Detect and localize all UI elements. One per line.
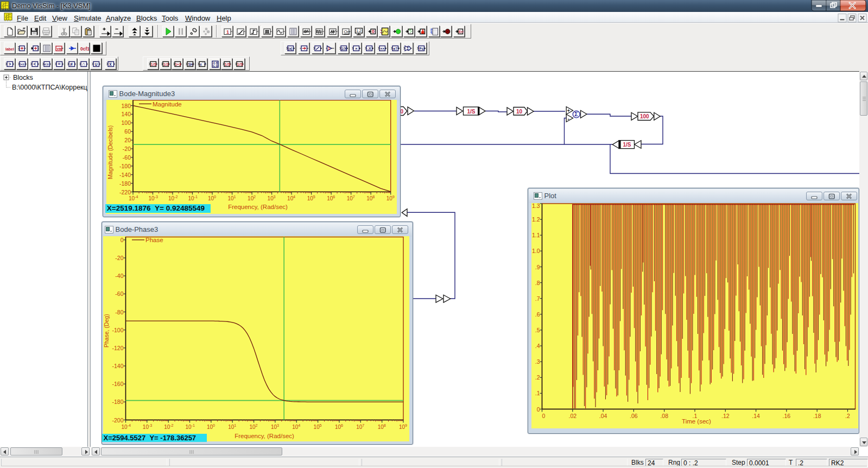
svg-text:-2: -2 [174, 194, 178, 199]
svg-text:-80: -80 [115, 309, 123, 315]
svg-text:1.0: 1.0 [531, 248, 540, 254]
svg-text:10: 10 [366, 195, 373, 201]
svg-text:-100: -100 [112, 327, 123, 333]
svg-text:9: 9 [392, 194, 395, 199]
svg-text:10: 10 [378, 424, 384, 430]
svg-text:.1: .1 [535, 390, 540, 396]
svg-text:-60: -60 [115, 290, 123, 297]
svg-text:.02: .02 [568, 413, 576, 419]
svg-text:Frequency, (Rad/sec): Frequency, (Rad/sec) [228, 204, 288, 210]
svg-text:8: 8 [372, 194, 375, 199]
svg-text:10: 10 [186, 424, 192, 430]
svg-text:-180: -180 [112, 399, 123, 405]
svg-text:-120: -120 [112, 345, 123, 351]
svg-text:2: 2 [254, 194, 256, 199]
svg-text:1.1: 1.1 [531, 232, 540, 238]
svg-text:.9: .9 [535, 264, 540, 270]
svg-text:10: 10 [122, 424, 128, 430]
svg-text:1: 1 [234, 423, 236, 428]
svg-text:10: 10 [228, 424, 235, 430]
svg-text:.3: .3 [535, 358, 540, 365]
svg-text:.14: .14 [752, 413, 760, 419]
svg-text:0: 0 [401, 109, 404, 115]
svg-text:Σ: Σ [574, 111, 578, 117]
svg-text:10: 10 [248, 195, 254, 201]
svg-text:-140: -140 [119, 172, 131, 178]
svg-text:.2: .2 [845, 413, 850, 419]
svg-text:10: 10 [129, 195, 135, 201]
svg-text:4: 4 [293, 194, 295, 199]
svg-text:180: 180 [121, 103, 131, 109]
svg-text:-4: -4 [135, 194, 138, 199]
svg-text:7: 7 [353, 194, 355, 199]
svg-text:-180: -180 [119, 180, 131, 187]
svg-text:1.2: 1.2 [531, 216, 540, 223]
svg-text:10: 10 [287, 195, 294, 201]
svg-text:100: 100 [640, 113, 649, 119]
svg-text:0: 0 [214, 194, 216, 199]
svg-text:10: 10 [228, 195, 235, 201]
svg-text:Phase: Phase [145, 237, 163, 243]
svg-text:100: 100 [121, 119, 131, 126]
svg-text:-140: -140 [112, 363, 123, 369]
svg-text:Magnitude: Magnitude [153, 101, 182, 107]
svg-text:1.3: 1.3 [531, 203, 540, 209]
svg-text:10: 10 [335, 424, 341, 430]
svg-text:6: 6 [333, 194, 335, 199]
svg-text:10: 10 [143, 424, 149, 430]
svg-text:.4: .4 [535, 343, 540, 349]
svg-text:.8: .8 [535, 280, 540, 286]
svg-text:+: + [567, 107, 571, 113]
svg-text:10: 10 [207, 424, 213, 430]
svg-text:0: 0 [542, 413, 545, 419]
svg-text:-20: -20 [115, 255, 123, 261]
svg-text:Phase, (Deg): Phase, (Deg) [103, 314, 110, 347]
svg-text:10: 10 [347, 195, 353, 201]
svg-text:5: 5 [313, 194, 315, 199]
svg-text:10: 10 [387, 195, 393, 201]
svg-text:8: 8 [384, 423, 386, 428]
svg-text:-60: -60 [123, 154, 131, 161]
svg-text:-220: -220 [119, 189, 131, 195]
svg-text:3: 3 [274, 194, 276, 199]
svg-text:0: 0 [213, 423, 215, 428]
svg-text:-100: -100 [119, 163, 131, 169]
svg-text:.04: .04 [599, 413, 607, 419]
svg-text:.2: .2 [535, 374, 540, 381]
svg-text:10: 10 [188, 195, 195, 201]
svg-text:.06: .06 [630, 413, 638, 419]
svg-text:-4: -4 [128, 423, 131, 428]
svg-text:Magnitude (Decibels): Magnitude (Decibels) [107, 125, 113, 179]
svg-text:6: 6 [341, 423, 343, 428]
svg-text:Frequency, (Rad/sec): Frequency, (Rad/sec) [235, 433, 294, 439]
svg-text:10: 10 [208, 195, 214, 201]
svg-text:-1: -1 [192, 423, 195, 428]
svg-text:10: 10 [168, 195, 175, 201]
svg-text:.5: .5 [535, 327, 540, 333]
svg-text:-: - [568, 116, 569, 122]
svg-text:5: 5 [320, 423, 322, 428]
svg-text:10: 10 [271, 424, 277, 430]
svg-text:2: 2 [256, 423, 258, 428]
svg-text:7: 7 [362, 423, 364, 428]
svg-text:10: 10 [149, 195, 155, 201]
svg-text:-200: -200 [112, 417, 123, 423]
svg-text:Time (sec): Time (sec) [682, 418, 711, 425]
svg-text:60: 60 [124, 128, 131, 135]
svg-text:.16: .16 [782, 413, 790, 419]
svg-text:4: 4 [298, 423, 300, 428]
svg-text:-3: -3 [155, 194, 158, 199]
svg-text:10: 10 [314, 424, 320, 430]
svg-text:10: 10 [307, 195, 314, 201]
svg-text:10: 10 [356, 424, 363, 430]
svg-text:.6: .6 [535, 311, 540, 318]
svg-text:0: 0 [121, 237, 124, 243]
svg-text:-20: -20 [123, 146, 131, 152]
svg-text:10: 10 [292, 424, 299, 430]
svg-text:0: 0 [536, 406, 540, 413]
svg-text:10: 10 [327, 195, 333, 201]
svg-text:10: 10 [516, 109, 523, 115]
svg-text:-2: -2 [170, 423, 173, 428]
svg-text:9: 9 [405, 423, 407, 428]
svg-text:140: 140 [121, 111, 131, 117]
